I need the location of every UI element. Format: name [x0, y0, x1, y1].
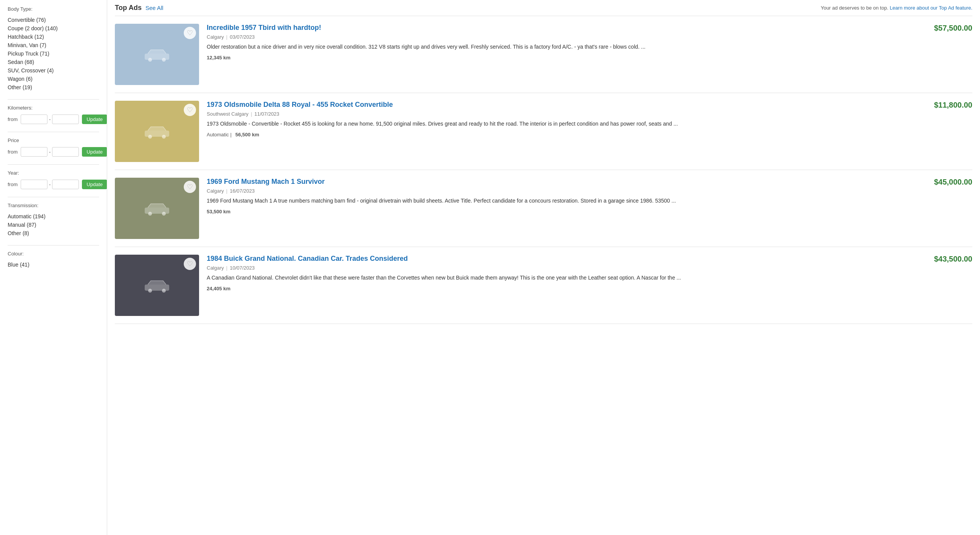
sidebar-item-body-type[interactable]: Other (19)	[8, 83, 99, 92]
listing-info: 1973 Oldsmobile Delta 88 Royal - 455 Roc…	[207, 101, 972, 137]
top-ads-promo: Your ad deserves to be on top. Learn mor…	[821, 5, 972, 11]
listing-price: $57,500.00	[934, 24, 972, 33]
listing-km-row: 53,500 km	[207, 209, 972, 214]
svg-point-4	[148, 135, 152, 139]
listing-card: ♡1973 Oldsmobile Delta 88 Royal - 455 Ro…	[115, 93, 972, 170]
listing-info: 1969 Ford Mustang Mach 1 Survivor$45,000…	[207, 178, 972, 214]
listing-title[interactable]: Incredible 1957 Tbird with hardtop!	[207, 24, 929, 32]
sidebar-item-transmission[interactable]: Other (8)	[8, 229, 99, 237]
listing-location: Calgary	[207, 34, 224, 40]
promo-link[interactable]: Learn more about our Top Ad feature.	[890, 5, 972, 11]
favorite-button[interactable]: ♡	[184, 258, 196, 270]
sidebar-item-body-type[interactable]: Pickup Truck (71)	[8, 49, 99, 58]
listing-price: $45,000.00	[934, 178, 972, 187]
body-type-section: Body Type: Convertible (76)Coupe (2 door…	[8, 6, 99, 92]
price-update-button[interactable]: Update	[82, 147, 107, 157]
listing-title-row: 1973 Oldsmobile Delta 88 Royal - 455 Roc…	[207, 101, 972, 110]
listing-image-wrap: ♡	[115, 101, 199, 162]
km-update-button[interactable]: Update	[82, 115, 107, 124]
transmission-list: Automatic (194)Manual (87)Other (8)	[8, 212, 99, 237]
km-from-input[interactable]	[21, 115, 47, 124]
colour-list: Blue (41)	[8, 260, 99, 269]
svg-rect-6	[145, 208, 169, 214]
svg-point-8	[162, 212, 166, 216]
listing-card: ♡1984 Buick Grand National. Canadian Car…	[115, 247, 972, 324]
listing-transmission: Automatic |	[207, 132, 232, 137]
price-filter-row: from - Update	[8, 147, 99, 157]
svg-rect-9	[145, 285, 169, 291]
year-filter-row: from - Update	[8, 180, 99, 189]
listing-info: Incredible 1957 Tbird with hardtop!$57,5…	[207, 24, 972, 61]
listing-location: Calgary	[207, 188, 224, 194]
favorite-button[interactable]: ♡	[184, 104, 196, 116]
listing-description: A Canadian Grand National. Chevrolet did…	[207, 274, 972, 282]
sidebar-item-transmission[interactable]: Manual (87)	[8, 221, 99, 229]
sidebar-item-transmission[interactable]: Automatic (194)	[8, 212, 99, 221]
sidebar-item-body-type[interactable]: Hatchback (12)	[8, 33, 99, 41]
listing-title[interactable]: 1969 Ford Mustang Mach 1 Survivor	[207, 178, 929, 186]
svg-point-5	[162, 135, 166, 139]
main-content: Top Ads See All Your ad deserves to be o…	[107, 0, 980, 535]
sidebar-item-body-type[interactable]: SUV, Crossover (4)	[8, 66, 99, 75]
listing-title-row: 1984 Buick Grand National. Canadian Car.…	[207, 255, 972, 263]
listing-date: 03/07/2023	[230, 34, 255, 40]
body-type-label: Body Type:	[8, 6, 99, 12]
svg-point-2	[162, 58, 166, 62]
listing-image-wrap: ♡	[115, 178, 199, 239]
price-to-input[interactable]	[52, 147, 79, 157]
kilometers-section: Kilometers: from - Update	[8, 105, 99, 124]
transmission-label: Transmission:	[8, 203, 99, 208]
year-from-label: from	[8, 182, 19, 187]
year-update-button[interactable]: Update	[82, 180, 107, 189]
km-to-input[interactable]	[52, 115, 79, 124]
sidebar-item-colour[interactable]: Blue (41)	[8, 260, 99, 269]
listing-title[interactable]: 1984 Buick Grand National. Canadian Car.…	[207, 255, 929, 263]
listing-location: Calgary	[207, 265, 224, 271]
svg-point-7	[148, 212, 152, 216]
year-label: Year:	[8, 170, 99, 176]
svg-point-10	[148, 289, 152, 293]
listing-location: Southwest Calgary	[207, 111, 248, 117]
price-label: Price	[8, 137, 99, 143]
svg-point-11	[162, 289, 166, 293]
listing-price: $43,500.00	[934, 255, 972, 263]
listing-km: 12,345 km	[207, 55, 230, 61]
transmission-section: Transmission: Automatic (194)Manual (87)…	[8, 203, 99, 237]
listing-date: 11/07/2023	[255, 111, 279, 117]
sidebar-item-body-type[interactable]: Sedan (68)	[8, 58, 99, 66]
listing-title-row: 1969 Ford Mustang Mach 1 Survivor$45,000…	[207, 178, 972, 187]
listing-km: 56,500 km	[235, 132, 259, 137]
year-to-input[interactable]	[52, 180, 79, 189]
favorite-button[interactable]: ♡	[184, 27, 196, 39]
colour-section: Colour: Blue (41)	[8, 251, 99, 269]
kilometers-label: Kilometers:	[8, 105, 99, 111]
sidebar-item-body-type[interactable]: Coupe (2 door) (140)	[8, 24, 99, 33]
promo-text: Your ad deserves to be on top.	[821, 5, 889, 11]
favorite-button[interactable]: ♡	[184, 181, 196, 193]
svg-rect-0	[145, 54, 169, 60]
listing-km-row: 12,345 km	[207, 55, 972, 61]
listing-meta-separator: |	[226, 34, 227, 40]
listing-meta: Calgary|16/07/2023	[207, 188, 972, 194]
listing-image-wrap: ♡	[115, 255, 199, 316]
listing-description: Older restoration but a nice driver and …	[207, 43, 972, 51]
price-section: Price from - Update	[8, 137, 99, 157]
km-from-label: from	[8, 116, 19, 122]
price-from-input[interactable]	[21, 147, 47, 157]
listing-meta: Calgary|03/07/2023	[207, 34, 972, 40]
sidebar-item-body-type[interactable]: Wagon (6)	[8, 75, 99, 83]
svg-point-1	[148, 58, 152, 62]
listing-title[interactable]: 1973 Oldsmobile Delta 88 Royal - 455 Roc…	[207, 101, 929, 109]
listing-price: $11,800.00	[934, 101, 972, 110]
listing-date: 16/07/2023	[230, 188, 255, 194]
km-separator: -	[49, 116, 51, 122]
sidebar-item-body-type[interactable]: Minivan, Van (7)	[8, 41, 99, 49]
year-from-input[interactable]	[21, 180, 47, 189]
see-all-link[interactable]: See All	[145, 5, 163, 11]
year-separator: -	[49, 182, 51, 187]
sidebar-item-body-type[interactable]: Convertible (76)	[8, 16, 99, 24]
listing-meta-separator: |	[226, 265, 227, 271]
colour-label: Colour:	[8, 251, 99, 257]
listing-meta: Calgary|10/07/2023	[207, 265, 972, 271]
top-ads-label: Top Ads	[115, 4, 142, 12]
